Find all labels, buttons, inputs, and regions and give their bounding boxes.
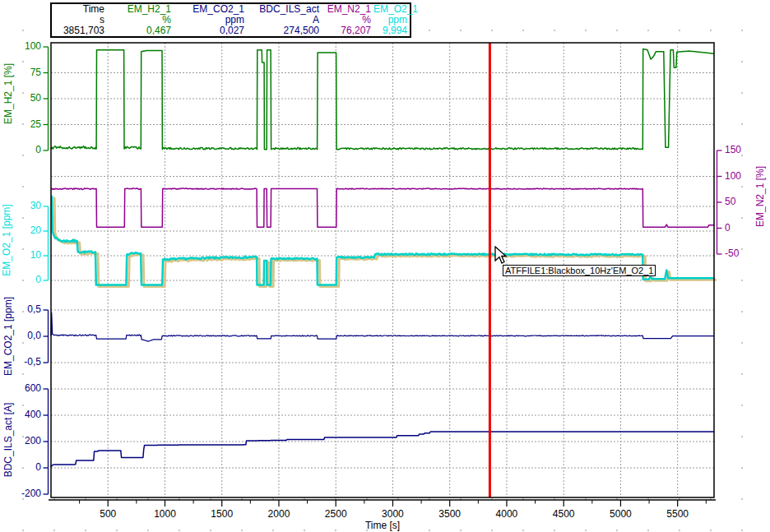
x-tick-label: 1000 <box>140 508 189 520</box>
x-tick-label: 3500 <box>425 508 475 520</box>
y-axis-title-n2: EM_N2_1 [%] <box>754 143 766 250</box>
y-axis-title-ils: BDC_ILS_act [A] <box>2 386 14 493</box>
y-axis-title-o2: EM_O2_1 [ppm] <box>1 187 12 294</box>
y-axis-title-co2: EM_CO2_1 [ppm] <box>2 283 14 390</box>
y-axis-title-h2: EM_H2_1 [%] <box>2 40 14 147</box>
app-window: { "legend": { "border_color": "#000000",… <box>0 0 770 532</box>
x-tick-label: 2500 <box>311 508 360 520</box>
tooltip-text: ATFFILE1:Blackbox_10Hz'EM_O2_1 <box>505 266 653 275</box>
x-tick-label: 5500 <box>653 508 703 520</box>
x-tick-label: 500 <box>83 508 132 520</box>
mouse-cursor-icon <box>494 246 511 266</box>
x-tick-label: 1500 <box>197 508 247 520</box>
x-tick-label: 4500 <box>539 508 588 520</box>
channel-tooltip: ATFFILE1:Blackbox_10Hz'EM_O2_1 <box>503 265 656 276</box>
x-tick-label: 4000 <box>482 508 531 520</box>
x-tick-label: 3000 <box>368 508 417 520</box>
x-tick-label: 5000 <box>596 508 645 520</box>
x-axis-title: Time [s] <box>332 520 434 531</box>
x-tick-label: 2000 <box>254 508 304 520</box>
